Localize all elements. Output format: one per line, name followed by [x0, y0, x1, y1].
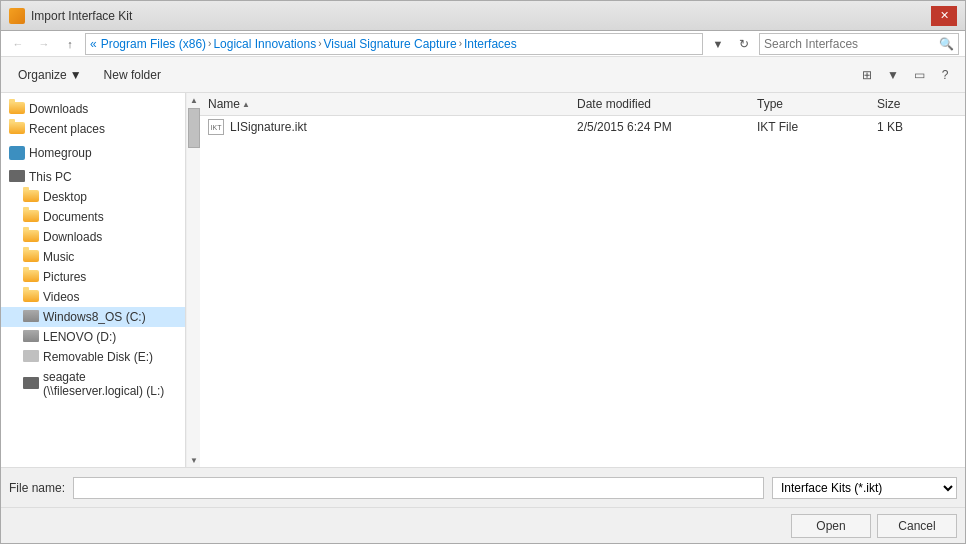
sidebar-item-thispc-label: This PC: [29, 170, 72, 184]
sidebar-item-documents[interactable]: Documents: [1, 207, 185, 227]
title-bar-left: Import Interface Kit: [9, 8, 132, 24]
sidebar-scroll-down[interactable]: ▼: [187, 453, 201, 467]
videos-icon: [23, 290, 39, 304]
sidebar-item-thispc[interactable]: This PC: [1, 167, 185, 187]
sidebar-item-videos-label: Videos: [43, 290, 79, 304]
col-header-type[interactable]: Type: [757, 97, 877, 111]
help-button[interactable]: ?: [933, 63, 957, 87]
dialog-title: Import Interface Kit: [31, 9, 132, 23]
sidebar-item-pictures[interactable]: Pictures: [1, 267, 185, 287]
filetype-select[interactable]: Interface Kits (*.ikt): [772, 477, 957, 499]
col-header-size[interactable]: Size: [877, 97, 957, 111]
column-headers: Name ▲ Date modified Type Size: [200, 93, 965, 116]
sidebar-scrollbar: ▲ ▼: [186, 93, 200, 467]
breadcrumb: « Program Files (x86) › Logical Innovati…: [85, 33, 703, 55]
up-button[interactable]: ↑: [59, 33, 81, 55]
title-bar-controls: ✕: [931, 6, 957, 26]
sidebar-item-videos[interactable]: Videos: [1, 287, 185, 307]
pictures-icon: [23, 270, 39, 284]
view-buttons: ⊞ ▼ ▭ ?: [855, 63, 957, 87]
sidebar-item-desktop[interactable]: Desktop: [1, 187, 185, 207]
documents-icon: [23, 210, 39, 224]
new-folder-button[interactable]: New folder: [95, 63, 170, 87]
sidebar-item-homegroup-label: Homegroup: [29, 146, 92, 160]
lenovo-drive-icon: [23, 330, 39, 344]
sidebar-item-recent-places[interactable]: Recent places: [1, 119, 185, 139]
sidebar-item-documents-label: Documents: [43, 210, 104, 224]
preview-pane-button[interactable]: ▭: [907, 63, 931, 87]
sidebar-item-lenovo-label: LENOVO (D:): [43, 330, 116, 344]
sidebar-item-windows-os[interactable]: Windows8_OS (C:): [1, 307, 185, 327]
import-dialog: Import Interface Kit ✕ ← → ↑ « Program F…: [0, 0, 966, 544]
breadcrumb-interfaces[interactable]: Interfaces: [464, 37, 517, 51]
sidebar-scroll-up[interactable]: ▲: [187, 93, 201, 107]
sidebar-item-music-label: Music: [43, 250, 74, 264]
sidebar-item-windows-os-label: Windows8_OS (C:): [43, 310, 146, 324]
col-header-date[interactable]: Date modified: [577, 97, 757, 111]
sidebar-item-downloads-label: Downloads: [43, 230, 102, 244]
file-name-label: LISignature.ikt: [230, 120, 307, 134]
seagate-icon: [23, 377, 39, 391]
table-row[interactable]: IKT LISignature.ikt 2/5/2015 6:24 PM IKT…: [200, 116, 965, 138]
recent-places-icon: [9, 122, 25, 136]
homegroup-section: Homegroup: [1, 141, 185, 165]
music-icon: [23, 250, 39, 264]
breadcrumb-item-1[interactable]: «: [90, 37, 97, 51]
breadcrumb-dropdown-button[interactable]: ▼: [707, 33, 729, 55]
file-date: 2/5/2015 6:24 PM: [577, 120, 757, 134]
action-bar: Open Cancel: [1, 507, 965, 543]
filename-label: File name:: [9, 481, 65, 495]
sidebar-item-seagate[interactable]: seagate (\\fileserver.logical) (L:): [1, 367, 185, 401]
sidebar-item-removable[interactable]: Removable Disk (E:): [1, 347, 185, 367]
forward-button[interactable]: →: [33, 33, 55, 55]
file-name-cell: IKT LISignature.ikt: [208, 119, 577, 135]
sidebar-item-downloads-quick-label: Downloads: [29, 102, 88, 116]
title-bar: Import Interface Kit ✕: [1, 1, 965, 31]
sidebar-item-downloads-quick[interactable]: Downloads: [1, 99, 185, 119]
breadcrumb-arrow-1: ›: [208, 38, 211, 49]
app-icon: [9, 8, 25, 24]
cancel-button[interactable]: Cancel: [877, 514, 957, 538]
new-folder-label: New folder: [104, 68, 161, 82]
sidebar-item-seagate-label: seagate (\\fileserver.logical) (L:): [43, 370, 177, 398]
file-list: IKT LISignature.ikt 2/5/2015 6:24 PM IKT…: [200, 116, 965, 467]
sidebar-item-recent-places-label: Recent places: [29, 122, 105, 136]
sidebar-item-music[interactable]: Music: [1, 247, 185, 267]
sidebar-item-downloads[interactable]: Downloads: [1, 227, 185, 247]
desktop-icon: [23, 190, 39, 204]
refresh-button[interactable]: ↻: [733, 33, 755, 55]
sidebar-item-removable-label: Removable Disk (E:): [43, 350, 153, 364]
downloads-quick-icon: [9, 102, 25, 116]
back-button[interactable]: ←: [7, 33, 29, 55]
windows-drive-icon: [23, 310, 39, 324]
breadcrumb-program-files[interactable]: Program Files (x86): [101, 37, 206, 51]
thispc-section: This PC Desktop Documents Downloads Musi…: [1, 165, 185, 403]
view-dropdown-button[interactable]: ▼: [881, 63, 905, 87]
content-area: Name ▲ Date modified Type Size: [200, 93, 965, 467]
sidebar-item-desktop-label: Desktop: [43, 190, 87, 204]
address-bar: ← → ↑ « Program Files (x86) › Logical In…: [1, 31, 965, 57]
filename-bar: File name: Interface Kits (*.ikt): [1, 467, 965, 507]
command-bar: Organize ▼ New folder ⊞ ▼ ▭ ?: [1, 57, 965, 93]
homegroup-icon: [9, 146, 25, 160]
breadcrumb-arrow-3: ›: [459, 38, 462, 49]
organize-button[interactable]: Organize ▼: [9, 63, 91, 87]
file-type: IKT File: [757, 120, 877, 134]
filename-input[interactable]: [73, 477, 764, 499]
removable-drive-icon: [23, 350, 39, 364]
search-box: 🔍: [759, 33, 959, 55]
close-button[interactable]: ✕: [931, 6, 957, 26]
view-details-button[interactable]: ⊞: [855, 63, 879, 87]
sidebar-item-lenovo[interactable]: LENOVO (D:): [1, 327, 185, 347]
col-header-name[interactable]: Name ▲: [208, 97, 577, 111]
sidebar-scroll-thumb[interactable]: [188, 108, 200, 148]
sidebar: Downloads Recent places Homegroup: [1, 93, 186, 467]
open-button[interactable]: Open: [791, 514, 871, 538]
thispc-icon: [9, 170, 25, 184]
breadcrumb-vsc[interactable]: Visual Signature Capture: [323, 37, 456, 51]
sidebar-item-homegroup[interactable]: Homegroup: [1, 143, 185, 163]
search-input[interactable]: [764, 37, 937, 51]
breadcrumb-logical[interactable]: Logical Innovations: [213, 37, 316, 51]
organize-arrow: ▼: [70, 68, 82, 82]
file-icon: IKT: [208, 119, 224, 135]
